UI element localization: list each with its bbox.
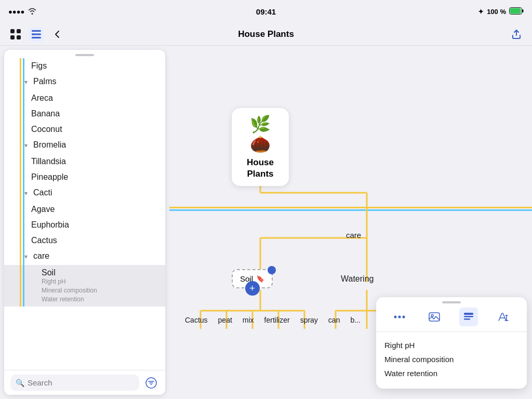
sidebar-item-palms[interactable]: ▾ Palms (4, 74, 165, 90)
sidebar-drag-handle (4, 50, 165, 58)
svg-rect-1 (510, 8, 521, 14)
main-container: Figs ▾ Palms Areca Banana Coconut (0, 46, 532, 399)
sidebar-item-figs[interactable]: Figs (4, 58, 165, 74)
bottom-node-fertilizer[interactable]: fertilizer (264, 316, 290, 324)
root-node[interactable]: 🌿🌰 HousePlants (232, 108, 289, 186)
bromelia-chevron: ▾ (21, 140, 31, 151)
hline-blue (169, 209, 532, 211)
root-node-emoji: 🌿🌰 (240, 114, 281, 154)
svg-point-38 (403, 316, 405, 318)
svg-rect-11 (32, 33, 34, 35)
signal-icon: ●●●● (8, 8, 24, 16)
areca-label: Areca (31, 94, 159, 103)
care-chevron: ▾ (21, 251, 31, 262)
svg-rect-10 (32, 30, 34, 32)
sidebar-item-tillandsia[interactable]: Tillandsia (4, 154, 165, 169)
status-bar: ●●●● 09:41 ✦ 100 % (0, 0, 532, 23)
bottom-node-cactus[interactable]: Cactus (185, 316, 208, 324)
svg-rect-12 (32, 37, 34, 38)
bromelia-label: Bromelia (33, 140, 159, 150)
bottom-nodes: Cactus peat mix fertilizer spray can b..… (185, 316, 361, 324)
search-icon: 🔍 (16, 379, 24, 387)
sidebar-item-pineapple[interactable]: Pineapple (4, 169, 165, 185)
soil-node-icon: 🔖 (256, 275, 264, 283)
popup-content: Right pH Mineral composition Water reten… (376, 332, 527, 380)
sidebar-item-bromelia[interactable]: ▾ Bromelia (4, 137, 165, 154)
sidebar-item-agave[interactable]: Agave (4, 202, 165, 217)
sidebar-item-cacti[interactable]: ▾ Cacti (4, 185, 165, 202)
palms-chevron: ▾ (21, 77, 31, 87)
sidebar-item-coconut[interactable]: Coconut (4, 122, 165, 137)
popup-more-button[interactable] (390, 308, 409, 326)
popup-water: Water retention (384, 366, 518, 380)
hline-yellow (169, 207, 532, 208)
svg-rect-41 (464, 313, 473, 315)
toolbar-left (8, 27, 64, 42)
pineapple-label: Pineapple (31, 172, 159, 182)
list-view-button[interactable] (29, 27, 44, 42)
sidebar-search: 🔍 (4, 370, 165, 395)
sidebar-item-euphorbia[interactable]: Euphorbia (4, 217, 165, 233)
sidebar-item-cactus[interactable]: Cactus (4, 233, 165, 248)
popup-drag-bar (442, 301, 461, 303)
toolbar: House Plants (0, 23, 532, 46)
search-input-wrap[interactable]: 🔍 (10, 375, 139, 391)
svg-point-37 (398, 316, 401, 318)
svg-point-36 (394, 316, 397, 318)
back-button[interactable] (50, 27, 64, 42)
popup-panel: Right pH Mineral composition Water reten… (376, 297, 527, 389)
svg-rect-4 (17, 29, 21, 33)
bottom-node-can[interactable]: can (328, 316, 340, 324)
soil-sublabel: Right pHMineral compositionWater retenti… (42, 277, 97, 303)
popup-text-button[interactable] (459, 308, 478, 326)
popup-mineral: Mineral composition (384, 352, 518, 366)
sidebar-scroll[interactable]: Figs ▾ Palms Areca Banana Coconut (4, 58, 165, 370)
cactus-label: Cactus (31, 236, 159, 245)
bluetooth-icon: ✦ (478, 8, 484, 16)
watering-node[interactable]: Watering (341, 274, 374, 284)
battery-label: 100 % (487, 8, 506, 16)
tillandsia-label: Tillandsia (31, 157, 159, 166)
coconut-label: Coconut (31, 125, 159, 134)
popup-right-ph: Right pH (384, 338, 518, 352)
root-node-text: HousePlants (240, 157, 281, 180)
share-button[interactable] (509, 27, 524, 42)
figs-label: Figs (31, 61, 159, 71)
bottom-node-spray[interactable]: spray (300, 316, 318, 324)
canvas: 🌿🌰 HousePlants care Soil 🔖 + Watering Ca… (169, 46, 532, 399)
bottom-node-mix[interactable]: mix (243, 316, 254, 324)
popup-drag-handle (376, 297, 527, 305)
search-filter-button[interactable] (143, 375, 159, 391)
battery-icon (509, 7, 524, 16)
sidebar-item-banana[interactable]: Banana (4, 106, 165, 122)
euphorbia-label: Euphorbia (31, 220, 159, 230)
svg-rect-43 (464, 318, 470, 320)
sidebar-item-soil[interactable]: Soil Right pHMineral compositionWater re… (4, 265, 165, 307)
status-time: 09:41 (256, 7, 276, 16)
svg-rect-5 (10, 35, 15, 39)
banana-label: Banana (31, 109, 159, 118)
soil-plus-button[interactable]: + (245, 281, 260, 296)
status-right: ✦ 100 % (478, 7, 524, 16)
care-label: care (33, 251, 159, 261)
bottom-node-b[interactable]: b... (350, 316, 360, 324)
sidebar-item-care[interactable]: ▾ care (4, 248, 165, 265)
popup-image-button[interactable] (425, 308, 444, 326)
care-canvas-label: care (346, 231, 361, 240)
grid-view-button[interactable] (8, 27, 23, 42)
svg-rect-39 (429, 313, 440, 321)
page-title: House Plants (238, 29, 294, 39)
palms-label: Palms (33, 77, 159, 86)
soil-node[interactable]: Soil 🔖 + (232, 269, 273, 288)
sidebar-item-areca[interactable]: Areca (4, 90, 165, 106)
svg-point-40 (431, 315, 433, 317)
popup-format-button[interactable] (494, 308, 513, 326)
wifi-icon (28, 7, 37, 16)
agave-label: Agave (31, 205, 159, 214)
soil-label: Soil (42, 268, 56, 277)
svg-rect-3 (10, 29, 15, 33)
search-input[interactable] (28, 378, 134, 387)
soil-dot (268, 266, 276, 274)
bottom-node-peat[interactable]: peat (218, 316, 232, 324)
status-left: ●●●● (8, 7, 37, 16)
